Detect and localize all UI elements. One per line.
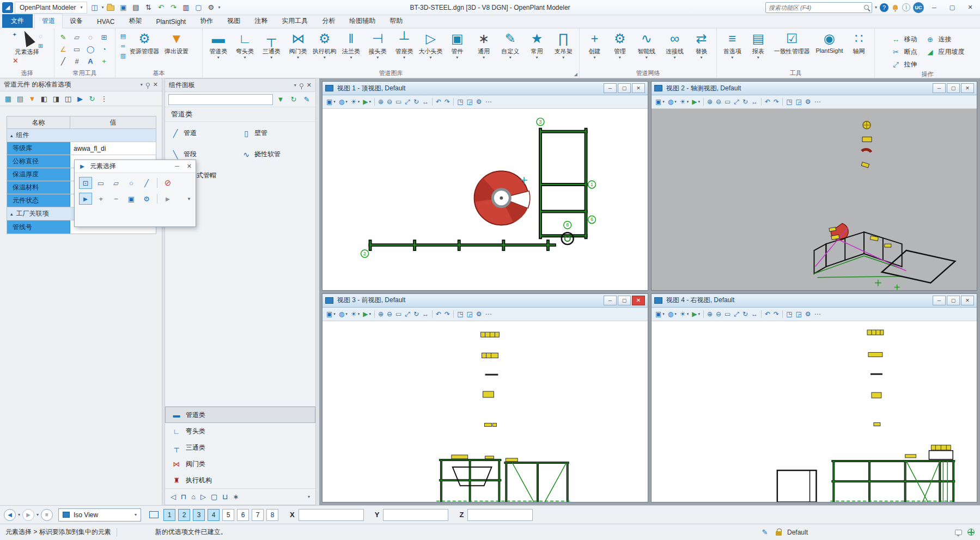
support-icon[interactable]: ⊓ — [181, 493, 186, 501]
column-right-icon[interactable]: ◨ — [51, 93, 62, 104]
notification-bell-icon[interactable] — [893, 5, 898, 10]
accudraw-icon[interactable]: ✎ — [759, 527, 770, 538]
view1-canvas[interactable]: 316 26 — [322, 109, 648, 290]
network-create-button[interactable]: +创建▾ — [583, 30, 606, 59]
brightness-icon[interactable]: ☀ — [680, 98, 686, 106]
table-row-spec[interactable]: 等级库 awwa_fl_di — [7, 142, 156, 155]
back-button[interactable]: ◀ — [4, 509, 16, 521]
view-close-button[interactable]: ✕ — [961, 296, 974, 305]
pan-view-icon[interactable]: ↔ — [751, 310, 758, 318]
clip-mask-icon[interactable]: ◲ — [467, 310, 473, 318]
layers-icon[interactable]: ▥ — [119, 51, 127, 60]
place-smartline-icon[interactable]: ✎ — [58, 32, 69, 42]
fit-view-icon[interactable]: ⤢ — [734, 98, 739, 106]
view-maximize-button[interactable]: ▢ — [618, 296, 631, 305]
split-view-icon[interactable]: ◫ — [63, 93, 74, 104]
zoom-out-icon[interactable]: ⊖ — [716, 310, 721, 318]
view-settings-icon[interactable]: ⚙ — [805, 310, 811, 318]
view-toggle-6[interactable]: 6 — [237, 509, 249, 521]
select-all-button[interactable]: ► — [161, 193, 174, 205]
view-minimize-button[interactable]: ─ — [604, 296, 617, 305]
clip-mask-icon[interactable]: ◲ — [796, 98, 802, 106]
column-header-value[interactable]: 值 — [70, 116, 156, 128]
place-shape-icon[interactable]: ▱ — [71, 32, 82, 42]
panel-menu-icon[interactable]: ▾ — [294, 83, 296, 88]
gallery-elbows-button[interactable]: ∟弯头类▾ — [233, 30, 258, 59]
chevron-down-icon[interactable]: ▾ — [218, 5, 220, 10]
element-selection-button[interactable]: ✦ ◌ ⊞ 元素选择 ✕ — [10, 30, 44, 65]
cap-icon[interactable]: ⌂ — [191, 493, 196, 501]
redo-icon[interactable]: ↷ — [168, 2, 179, 13]
display-screen-icon[interactable]: ▢ — [193, 2, 204, 13]
row-name-cell[interactable]: 保温材料 — [7, 181, 70, 194]
zoom-in-icon[interactable]: ⊕ — [707, 310, 713, 318]
brightness-icon[interactable]: ☀ — [351, 310, 357, 318]
collapse-arrow-icon[interactable]: ▴ — [10, 211, 13, 217]
view-toggle-3[interactable]: 3 — [193, 509, 205, 521]
tab-piping[interactable]: 管道 — [34, 14, 63, 28]
tab-utilities[interactable]: 实用工具 — [275, 14, 315, 28]
row-name-cell[interactable]: 等级库 — [7, 142, 70, 155]
equipment-icon[interactable]: ▢ — [211, 493, 217, 501]
forward-button[interactable]: ▶ — [22, 509, 34, 521]
nozzle-icon[interactable]: ◁ — [171, 493, 176, 501]
fit-view-icon[interactable]: ⤢ — [405, 98, 410, 106]
view-display-icon[interactable]: ▣ — [655, 310, 661, 318]
row-name-cell[interactable]: 公称直径 — [7, 155, 70, 168]
component-item-wall-pipe[interactable]: ▯壁管 — [242, 128, 309, 138]
change-attributes-icon[interactable]: + — [99, 56, 109, 66]
ribbon-search-box[interactable] — [765, 2, 872, 13]
place-text-icon[interactable]: A — [85, 56, 96, 66]
view1-titlebar[interactable]: 视图 1 - 顶视图, Default ─ ▢ ✕ — [322, 82, 648, 95]
tab-collaborate[interactable]: 协作 — [193, 14, 220, 28]
view-next-icon[interactable]: ↷ — [774, 98, 779, 106]
clear-selection-button[interactable]: ⊘ — [161, 177, 174, 189]
view2-canvas[interactable] — [652, 109, 977, 290]
op-break-button[interactable]: ✂断点 — [891, 46, 917, 58]
rotate-view-icon[interactable]: ↻ — [413, 98, 419, 106]
category-valves[interactable]: ⋈阀门类 — [165, 456, 315, 472]
dialog-titlebar[interactable]: ► 元素选择 ─ ✕ — [75, 160, 196, 173]
gallery-valves-button[interactable]: ⋈阀门类▾ — [285, 30, 311, 59]
compress-icon[interactable]: ⇅ — [143, 2, 154, 13]
view-next-icon[interactable]: ↷ — [445, 98, 450, 106]
clip-volume-icon[interactable]: ◳ — [786, 98, 792, 106]
mode-invert-button[interactable]: ▣ — [125, 193, 138, 205]
chevron-down-icon[interactable]: ▾ — [875, 5, 877, 10]
view-preset-dropdown[interactable]: Iso View ▾ — [58, 508, 141, 521]
presentation-icon[interactable]: ◍ — [668, 98, 673, 106]
refresh-icon[interactable]: ↻ — [87, 93, 98, 104]
method-individual-button[interactable]: ⊡ — [79, 177, 92, 189]
op-apply-slope-button[interactable]: ◢应用坡度 — [925, 46, 965, 58]
column-header-name[interactable]: 名称 — [7, 116, 70, 128]
mode-settings-button[interactable]: ⚙ — [140, 193, 153, 205]
dialog-launcher-icon[interactable]: ◢ — [574, 72, 577, 77]
view3-canvas[interactable] — [322, 321, 648, 502]
mode-subtract-button[interactable]: − — [109, 193, 123, 205]
gallery-fittings-button[interactable]: ▣管件▾ — [445, 30, 470, 59]
gallery-reducers-button[interactable]: ▷大小头类▾ — [418, 30, 443, 59]
open-file-icon[interactable] — [105, 2, 116, 13]
ribbon-search-input[interactable] — [769, 4, 862, 11]
tab-annotate[interactable]: 注释 — [247, 14, 275, 28]
clip-volume-icon[interactable]: ◳ — [786, 310, 792, 318]
window-area-icon[interactable]: ▭ — [725, 98, 731, 106]
window-area-icon[interactable]: ▭ — [395, 310, 401, 318]
more-tools-icon[interactable]: ⋯ — [485, 98, 492, 106]
coordinate-y-input[interactable] — [383, 509, 448, 521]
tools-reports-button[interactable]: ▤报表▾ — [746, 30, 770, 59]
match-properties-icon[interactable]: ◌ — [85, 32, 96, 42]
op-stretch-button[interactable]: ⤢拉伸 — [891, 59, 917, 70]
view-toggle-7[interactable]: 7 — [252, 509, 264, 521]
gallery-olets-button[interactable]: ┴管座类▾ — [392, 30, 417, 59]
place-arc-icon[interactable]: ◔ — [99, 44, 109, 54]
window-area-icon[interactable]: ▭ — [725, 310, 731, 318]
view-group-toggle-icon[interactable] — [149, 511, 159, 518]
select-lasso-icon[interactable]: ◌ — [36, 32, 45, 40]
animation-icon[interactable]: ▶ — [363, 98, 368, 106]
format-icon[interactable]: ▥ — [180, 2, 191, 13]
gallery-tees-button[interactable]: ┬三通类▾ — [259, 30, 284, 59]
undo-icon[interactable]: ↶ — [155, 2, 166, 13]
clip-volume-icon[interactable]: ◳ — [457, 310, 463, 318]
view-toggle-5[interactable]: 5 — [222, 509, 234, 521]
